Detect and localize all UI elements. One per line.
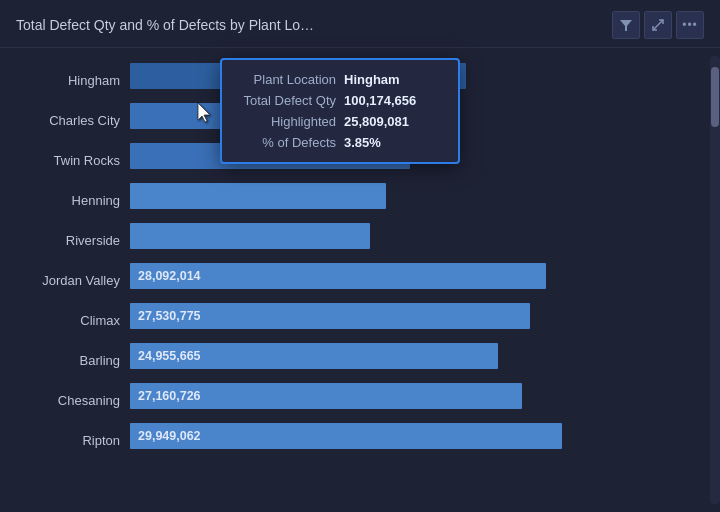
tooltip-overlay: Plant Location Hingham Total Defect Qty …	[220, 58, 460, 164]
scrollbar[interactable]	[710, 56, 720, 504]
labels-column: HinghamCharles CityTwin RocksHenningRive…	[0, 56, 130, 504]
tooltip-defect-label: Total Defect Qty	[238, 93, 344, 108]
bar-row: 27,530,775	[130, 296, 696, 336]
label-row: Barling	[0, 340, 130, 380]
chart-title: Total Defect Qty and % of Defects by Pla…	[16, 17, 612, 33]
label-row: Ripton	[0, 420, 130, 460]
label-row: Charles City	[0, 100, 130, 140]
bar[interactable]: 27,530,775	[130, 303, 530, 329]
cursor-overlay	[196, 102, 214, 124]
scrollbar-thumb	[711, 67, 719, 127]
label-row: Twin Rocks	[0, 140, 130, 180]
filter-button[interactable]	[612, 11, 640, 39]
chart-header: Total Defect Qty and % of Defects by Pla…	[0, 0, 720, 48]
mouse-cursor-icon	[196, 102, 214, 124]
header-icons: •••	[612, 11, 704, 39]
bar-row: 29,949,062	[130, 416, 696, 456]
label-row: Hingham	[0, 60, 130, 100]
bar[interactable]: 24,955,665	[130, 343, 498, 369]
tooltip-defect-value: 100,174,656	[344, 93, 442, 108]
label-row: Climax	[0, 300, 130, 340]
tooltip-highlighted-label: Highlighted	[238, 114, 344, 129]
tooltip-row-pct: % of Defects 3.85%	[238, 135, 442, 150]
tooltip-plant-value: Hingham	[344, 72, 442, 87]
tooltip-plant-label: Plant Location	[238, 72, 344, 87]
more-dots: •••	[682, 18, 698, 32]
svg-marker-0	[620, 20, 632, 31]
bar-row	[130, 176, 696, 216]
tooltip-row-highlighted: Highlighted 25,809,081	[238, 114, 442, 129]
label-row: Jordan Valley	[0, 260, 130, 300]
bar-row: 24,955,665	[130, 336, 696, 376]
tooltip-pct-value: 3.85%	[344, 135, 442, 150]
bar[interactable]	[130, 223, 370, 249]
label-row: Chesaning	[0, 380, 130, 420]
chart-container: Total Defect Qty and % of Defects by Pla…	[0, 0, 720, 512]
label-row: Riverside	[0, 220, 130, 260]
bar-row	[130, 216, 696, 256]
bar-row: 28,092,014	[130, 256, 696, 296]
expand-button[interactable]	[644, 11, 672, 39]
tooltip-highlighted-value: 25,809,081	[344, 114, 442, 129]
expand-icon	[651, 18, 665, 32]
tooltip-row-defect: Total Defect Qty 100,174,656	[238, 93, 442, 108]
bar[interactable]: 28,092,014	[130, 263, 546, 289]
label-row: Henning	[0, 180, 130, 220]
bar[interactable]	[130, 183, 386, 209]
tooltip-pct-label: % of Defects	[238, 135, 344, 150]
svg-marker-3	[198, 103, 210, 122]
bar[interactable]: 29,949,062	[130, 423, 562, 449]
tooltip-row-location: Plant Location Hingham	[238, 72, 442, 87]
more-button[interactable]: •••	[676, 11, 704, 39]
bar[interactable]: 27,160,726	[130, 383, 522, 409]
filter-icon	[619, 18, 633, 32]
bar-row: 27,160,726	[130, 376, 696, 416]
